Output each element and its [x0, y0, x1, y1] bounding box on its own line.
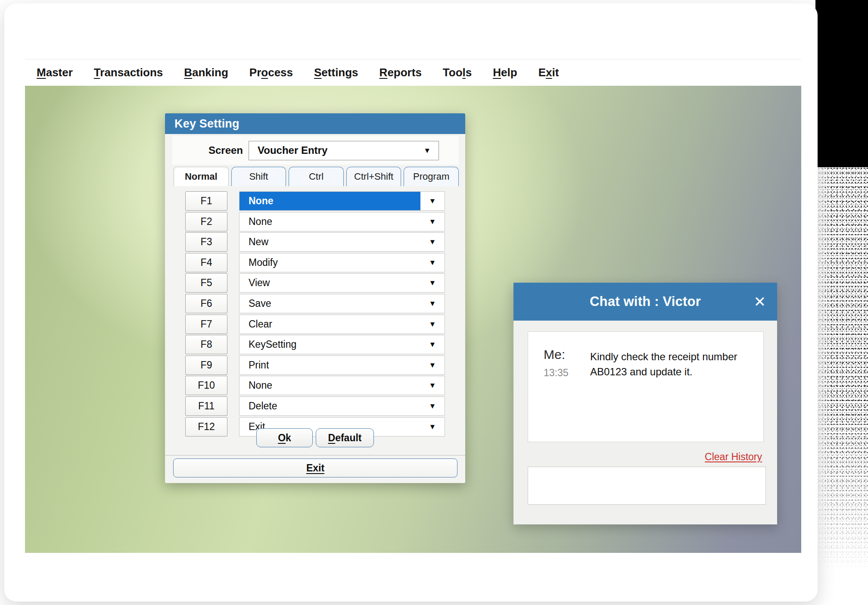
fkey-action-select[interactable]: Modify ▼ — [239, 253, 445, 272]
menu-tools[interactable]: Tools — [443, 66, 472, 79]
chat-message-time: 13:35 — [544, 367, 590, 379]
chevron-down-icon: ▼ — [420, 294, 445, 313]
tab-ctrl-shift[interactable]: Ctrl+Shift — [346, 167, 401, 186]
fkey-label: F10 — [185, 376, 227, 395]
fkey-row-f9: F9 Print ▼ — [185, 356, 445, 375]
menu-reports[interactable]: Reports — [380, 66, 422, 79]
fkey-action-select[interactable]: Save ▼ — [239, 294, 445, 313]
page: Master Transactions Banking Process Sett… — [0, 0, 868, 605]
fkey-label: F11 — [185, 396, 227, 416]
tab-program[interactable]: Program — [404, 167, 459, 186]
menu-exit[interactable]: Exit — [538, 66, 559, 79]
chevron-down-icon: ▼ — [420, 376, 445, 395]
dialog-actions: Ok Default — [165, 428, 465, 447]
menu-process[interactable]: Process — [249, 66, 293, 79]
chevron-down-icon: ▼ — [420, 315, 445, 334]
menu-bar: Master Transactions Banking Process Sett… — [25, 59, 801, 86]
clear-history-link[interactable]: Clear History — [705, 451, 762, 463]
fkey-row-f1: F1 None ▼ — [185, 191, 445, 211]
fkey-label: F6 — [185, 294, 227, 313]
default-button[interactable]: Default — [316, 428, 374, 447]
chat-message: Me: 13:35 Kindly check the receipt numbe… — [528, 331, 764, 442]
chevron-down-icon: ▼ — [420, 274, 445, 292]
modifier-tabs: Normal Shift Ctrl Ctrl+Shift Program — [174, 167, 459, 186]
fkey-row-f8: F8 KeySetting ▼ — [185, 335, 445, 354]
fkey-action-select[interactable]: None ▼ — [239, 191, 445, 211]
fkey-label: F4 — [185, 253, 227, 272]
tab-normal[interactable]: Normal — [174, 167, 229, 186]
dialog-footer-divider — [165, 455, 465, 455]
screen-select[interactable]: Voucher Entry ▼ — [249, 141, 439, 160]
fkey-action-select[interactable]: KeySetting ▼ — [239, 335, 445, 354]
fkey-row-f11: F11 Delete ▼ — [185, 396, 445, 416]
fkey-row-f2: F2 None ▼ — [185, 212, 445, 231]
fkey-row-f10: F10 None ▼ — [185, 376, 445, 395]
fkey-rows: F1 None ▼ F2 None ▼ F3 — [185, 191, 445, 437]
close-icon[interactable]: ✕ — [754, 283, 766, 321]
chat-input[interactable] — [528, 467, 766, 505]
chevron-down-icon: ▼ — [420, 212, 445, 231]
fkey-row-f6: F6 Save ▼ — [185, 294, 445, 313]
screen-row: Screen Voucher Entry ▼ — [172, 136, 459, 165]
dialog-title: Key Setting — [174, 117, 240, 131]
chevron-down-icon: ▼ — [420, 233, 445, 251]
fkey-label: F2 — [185, 212, 227, 231]
chat-message-meta: Me: 13:35 — [544, 347, 590, 442]
chat-panel: Chat with : Victor ✕ Me: 13:35 Kindly ch… — [513, 283, 777, 524]
chevron-down-icon: ▼ — [423, 147, 431, 154]
fkey-action-select[interactable]: View ▼ — [239, 273, 445, 293]
key-setting-dialog: Key Setting Screen Voucher Entry ▼ Norma… — [165, 113, 465, 483]
menu-transactions[interactable]: Transactions — [94, 66, 163, 79]
fkey-row-f5: F5 View ▼ — [185, 273, 445, 293]
chevron-down-icon: ▼ — [420, 356, 445, 374]
fkey-label: F8 — [185, 335, 227, 354]
fkey-row-f7: F7 Clear ▼ — [185, 315, 445, 334]
chevron-down-icon: ▼ — [420, 397, 445, 415]
fkey-label: F1 — [185, 191, 227, 211]
fkey-row-f4: F4 Modify ▼ — [185, 253, 445, 272]
dialog-titlebar: Key Setting — [165, 113, 465, 134]
fkey-row-f3: F3 New ▼ — [185, 232, 445, 252]
ok-button[interactable]: Ok — [256, 428, 313, 447]
chat-message-text: Kindly check the receipt number AB0123 a… — [590, 347, 745, 442]
tab-shift[interactable]: Shift — [231, 167, 286, 186]
menu-banking[interactable]: Banking — [184, 66, 228, 79]
screen-label: Screen — [204, 144, 243, 156]
app-window: Master Transactions Banking Process Sett… — [4, 3, 818, 602]
chat-message-sender: Me: — [544, 347, 590, 362]
menu-settings[interactable]: Settings — [314, 66, 358, 79]
fkey-action-select[interactable]: New ▼ — [239, 232, 445, 252]
fkey-label: F5 — [185, 273, 227, 293]
exit-button[interactable]: Exit — [173, 458, 457, 477]
fkey-action-select[interactable]: None ▼ — [239, 376, 445, 395]
chat-title: Chat with : Victor — [590, 294, 701, 309]
menu-help[interactable]: Help — [493, 66, 517, 79]
chevron-down-icon: ▼ — [420, 335, 445, 354]
chevron-down-icon: ▼ — [420, 253, 445, 272]
fkey-action-select[interactable]: None ▼ — [239, 212, 445, 231]
tab-ctrl[interactable]: Ctrl — [289, 167, 344, 186]
menu-master[interactable]: Master — [37, 66, 73, 79]
decorative-black-bar — [815, 0, 868, 167]
fkey-label: F9 — [185, 356, 227, 375]
chevron-down-icon: ▼ — [420, 192, 445, 210]
fkey-label: F7 — [185, 315, 227, 334]
workspace-background: Key Setting Screen Voucher Entry ▼ Norma… — [25, 86, 801, 553]
screen-select-value: Voucher Entry — [258, 144, 423, 156]
chat-header: Chat with : Victor ✕ — [513, 283, 777, 321]
fkey-action-select[interactable]: Clear ▼ — [239, 315, 445, 334]
fkey-label: F3 — [185, 232, 227, 252]
fkey-action-select[interactable]: Print ▼ — [239, 356, 445, 375]
fkey-action-select[interactable]: Delete ▼ — [239, 396, 445, 416]
